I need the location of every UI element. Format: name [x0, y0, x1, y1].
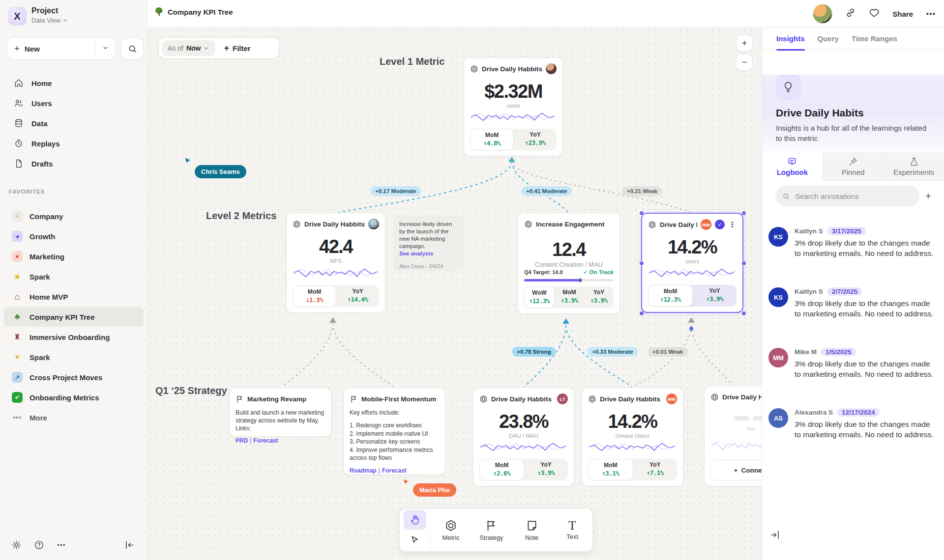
project-logo[interactable]: X	[8, 7, 27, 26]
annotation-item[interactable]: KS Kaitlyn S 3/17/2025 3% drop likely du…	[768, 227, 938, 258]
mom-toggle[interactable]: MoM ↑4.8%	[470, 129, 514, 150]
roadmap-link[interactable]: Roadmap	[350, 467, 377, 474]
yoy-toggle[interactable]: YoY ↑14.4%	[336, 285, 379, 307]
selection-handle[interactable]	[639, 261, 644, 266]
metric-tool-button[interactable]: Metric	[431, 509, 471, 551]
forecast-link[interactable]: Forecast	[382, 467, 407, 474]
mom-toggle[interactable]: MoM ↑12.3%	[648, 285, 693, 307]
selection-handle[interactable]	[639, 211, 644, 216]
edge-label[interactable]: +0.41 Moderate	[521, 186, 572, 196]
see-analysis-link[interactable]: See analysis	[399, 251, 457, 256]
user-avatar[interactable]	[813, 4, 832, 24]
yoy-toggle[interactable]: YoY ↑3.9%	[524, 459, 568, 480]
metric-card-drive-daily-habbits-selected[interactable]: Drive Daily Habb.. MM ✓ ⋮ 14.2% users Mo…	[641, 213, 743, 313]
share-button[interactable]: Share	[892, 10, 913, 18]
strategy-card-mobile-first-momentum[interactable]: Mobile-First Momentum Key efforts includ…	[343, 388, 445, 475]
text-tool-button[interactable]: T Text	[552, 509, 592, 551]
sidebar-item-home[interactable]: Home	[4, 73, 144, 93]
sidebar-fav-marketing[interactable]: ✶ Marketing	[4, 247, 144, 266]
sidebar-fav-growth[interactable]: ➤ Growth	[4, 226, 144, 246]
forecast-link[interactable]: Forecast	[253, 437, 278, 444]
help-button[interactable]	[31, 537, 46, 552]
strategy-tool-button[interactable]: Strategy	[471, 509, 511, 551]
sidebar-item-data[interactable]: Data	[4, 113, 144, 133]
add-annotation-button[interactable]: +	[925, 190, 931, 202]
edge-label[interactable]: +0.33 Moderate	[587, 347, 638, 357]
sidebar-fav-cross-project-moves[interactable]: ↗ Cross Project Moves	[4, 367, 144, 387]
new-dropdown-chevron[interactable]	[95, 44, 116, 53]
more-options-button[interactable]: ⋯	[54, 537, 69, 552]
annotation-item[interactable]: AS Alexandra S 12/17/2024 3% drop likely…	[768, 408, 938, 440]
mom-toggle[interactable]: MoM ↑2.6%	[479, 459, 524, 480]
sidebar-fav-company-kpi-tree[interactable]: ♣ Company KPI Tree	[4, 307, 144, 327]
edge-label[interactable]: +0.78 Strong	[512, 347, 556, 357]
wow-toggle[interactable]: WoW ↑12.3%	[524, 286, 555, 308]
verified-check-badge[interactable]: ✓	[715, 220, 725, 229]
selection-handle[interactable]	[741, 261, 746, 266]
new-button[interactable]: + New	[7, 37, 116, 60]
sidebar-fav-onboarding-metrics[interactable]: ✔ Onboarding Metrics	[4, 388, 144, 407]
select-tool-button[interactable]	[404, 531, 426, 550]
yoy-toggle[interactable]: YoY ↑23.9%	[514, 129, 557, 150]
tab-insights[interactable]: Insights	[776, 28, 805, 50]
edge-label[interactable]: +0.17 Moderate	[370, 186, 421, 196]
zoom-out-button[interactable]: −	[736, 54, 753, 71]
tab-time-ranges[interactable]: Time Ranges	[852, 28, 897, 50]
favorite-heart-button[interactable]	[869, 7, 880, 20]
subtab-experiments[interactable]: Experiments	[883, 152, 944, 181]
sidebar-item-replays[interactable]: Replays	[4, 134, 144, 153]
owner-avatar-mm[interactable]: MM	[666, 393, 677, 404]
sidebar-fav-immersive-onboarding[interactable]: ♜ Immersive Onboarding	[4, 327, 144, 347]
owner-avatar-mm[interactable]: MM	[701, 219, 711, 230]
subtab-logbook[interactable]: Logbook	[762, 152, 823, 181]
owner-avatar[interactable]	[546, 63, 557, 74]
sidebar-fav-company[interactable]: ⚡ Company	[4, 206, 144, 226]
tab-query[interactable]: Query	[818, 28, 839, 50]
annotation-item[interactable]: MM Mike M 1/5/2025 3% drop likely due to…	[768, 348, 938, 379]
edge-label[interactable]: +0.21 Weak	[622, 186, 662, 196]
strategy-card-marketing-revamp[interactable]: Marketing Revamp Build and launch a new …	[229, 388, 331, 437]
sidebar-item-users[interactable]: Users	[4, 93, 144, 113]
edge-label[interactable]: +0.01 Weak	[648, 347, 688, 357]
more-menu-button[interactable]: ⋯	[926, 8, 936, 20]
metric-card-partial[interactable]: Drive Daily Hab + Connect	[704, 386, 762, 486]
metric-card-drive-daily-habbits-unique[interactable]: Drive Daily Habbits MM 14.2% Unique User…	[582, 388, 683, 486]
filter-button[interactable]: + Filter	[219, 43, 255, 54]
yoy-toggle[interactable]: YoY ↑3.9%	[693, 285, 737, 307]
kpi-tree-canvas[interactable]: As of Now + Filter + − Level 1 Metric Le…	[148, 28, 762, 560]
metric-card-increase-engagement[interactable]: Increase Engagement 12.4 Content Creatio…	[518, 213, 620, 314]
yoy-toggle[interactable]: YoY ↑3.9%	[584, 286, 614, 308]
search-input[interactable]	[794, 192, 913, 201]
collapse-sidebar-button[interactable]	[122, 537, 137, 552]
owner-avatar[interactable]	[368, 219, 379, 229]
note-tool-button[interactable]: Note	[512, 509, 552, 551]
annotation-item[interactable]: KS Kaitlyn S 2/7/2025 3% drop likely due…	[768, 287, 938, 319]
sidebar-more-button[interactable]: ••• More	[4, 408, 144, 427]
selection-handle[interactable]	[639, 311, 644, 316]
as-of-dropdown[interactable]: As of Now	[162, 40, 215, 56]
mom-toggle[interactable]: MoM ↑3.9%	[555, 286, 584, 308]
sidebar-fav-spark[interactable]: ★ Spark	[4, 267, 144, 286]
sidebar-item-drafts[interactable]: Drafts	[4, 154, 144, 173]
sidebar-fav-home-mvp[interactable]: ⌂ Home MVP	[4, 287, 144, 307]
collapse-panel-button[interactable]	[769, 530, 780, 542]
card-menu-button[interactable]: ⋮	[728, 220, 737, 229]
owner-avatar-lt[interactable]: LT	[557, 393, 568, 404]
yoy-toggle[interactable]: YoY ↑7.1%	[633, 459, 678, 480]
connect-button[interactable]: + Connect	[710, 460, 762, 480]
selection-handle[interactable]	[741, 311, 746, 316]
note-card[interactable]: Increase likely driven by the launch of …	[393, 215, 463, 271]
metric-card-drive-daily-habbits-dau[interactable]: Drive Daily Habbits LT 23.8% DAU / MAU M…	[473, 388, 574, 486]
selection-handle[interactable]	[741, 211, 746, 216]
prd-link[interactable]: PRD	[236, 437, 248, 444]
hand-tool-button[interactable]	[404, 510, 426, 530]
search-button[interactable]	[121, 37, 144, 60]
subtab-pinned[interactable]: Pinned	[823, 152, 884, 181]
annotation-search[interactable]	[775, 186, 919, 206]
workspace-switcher[interactable]: Data View	[31, 17, 68, 24]
mom-toggle[interactable]: MoM ↓1.3%	[293, 285, 336, 307]
settings-gear-button[interactable]	[9, 537, 24, 552]
sidebar-fav-spark2[interactable]: ✦ Spark	[4, 347, 144, 367]
zoom-in-button[interactable]: +	[736, 35, 753, 52]
mom-toggle[interactable]: MoM ↑3.1%	[588, 459, 633, 480]
